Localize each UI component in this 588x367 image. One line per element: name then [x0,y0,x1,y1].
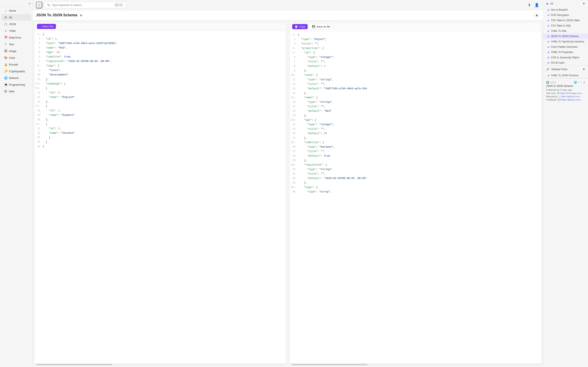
info-icon: ℹ️ [546,81,549,84]
datetime-icon: 📅 [4,36,7,39]
home-button[interactable]: ⌂ [36,2,42,8]
feedback-link[interactable]: https://github.com/... [561,99,582,101]
sidebar-item-color[interactable]: 🎨Color [1,54,31,61]
table-row: 19 "name": "Español" [35,113,286,118]
globe-icon: 🌐 [574,81,577,84]
line-number: 15 [35,95,43,99]
tool-item-yaml-to-xml[interactable]: ◈YAML To XML [543,28,588,34]
sidebar-item-json[interactable]: { }JSON [1,21,31,27]
favorite-button[interactable]: ★ [79,13,83,17]
line-content: "registered": "2020-02-03T06:00:03 -08:0… [43,59,286,63]
sidebar-item-label: Color [9,56,15,59]
related-item-yaml-to-json[interactable]: ◈YAML To JSON Schema [543,73,588,78]
collapse-arrow[interactable]: ▾ [294,141,295,144]
collapse-arrow[interactable]: ▾ [39,105,40,108]
save-as-file-button[interactable]: 💾 Save as file [309,24,333,29]
output-code-editor[interactable]: 1 ▾{2 "type": "object",3 "title": "",4 ▾… [290,31,541,364]
tool-item-tsv-to-json[interactable]: ◈TSV Table to JSON Table [543,18,588,23]
tool-item-label: YAML To Properties [551,51,573,54]
table-row: 30 ▾ "registered": { [290,163,541,167]
table-row: 16 "type": "string", [290,100,541,105]
collapse-arrow[interactable]: ▾ [294,119,295,122]
collapse-arrow[interactable]: ▾ [39,87,40,90]
sidebar-item-cryptography[interactable]: 🔑Cryptography [1,68,31,75]
collapse-arrow[interactable]: ▾ [294,96,295,100]
tool-item-pgp-decryption[interactable]: ◈PGP Decryption [543,12,588,18]
related-tools-header[interactable]: 🔗 Related Tools ▼ [543,66,588,73]
tool-item-yaml-to-props[interactable]: ◈YAML To Properties [543,50,588,55]
user-button[interactable]: 👤 [534,2,540,8]
tool-item-hex-to-base64[interactable]: ◈Hex to Base64 [543,7,588,12]
tool-item-yaml-to-ts[interactable]: ◈YAML To TypeScript Interface [543,39,588,44]
collapse-arrow[interactable]: ▾ [294,51,295,55]
sidebar-item-home[interactable]: ⌂Home [1,7,31,14]
line-content: ], [43,77,286,81]
sidebar-item-all[interactable]: ⊞All [1,14,31,21]
version-number: 1.0.1 [550,81,556,84]
tool-item-css-to-js[interactable]: ◈CSS to Javascript Object [543,55,588,60]
line-number: 2 [290,37,298,42]
tool-item-label: YAML To XML [551,30,567,33]
collapse-arrow[interactable]: ▾ [294,164,295,167]
line-content: "name": "He3", [43,46,286,50]
line-content: "type": "object", [298,37,541,42]
line-content: "id": 0, [43,91,286,95]
sidebar-item-label: Date/Time [9,36,21,39]
repo-label: Repository: [546,95,558,98]
layout-button[interactable]: ▣ [534,13,540,18]
line-number: 25 [35,140,43,144]
tool-item-json-to-schema[interactable]: ◈JSON To JSON Schema [543,34,588,39]
sidebar-item-encode[interactable]: 🔒Encode [1,61,31,68]
line-content: { [298,33,541,37]
collapse-arrow[interactable]: ▾ [294,33,295,37]
tool-item-ntlm-hash[interactable]: ◈NTLM Hash [543,60,588,66]
line-number: 12 ▾ [35,82,43,86]
collapse-arrow[interactable]: ▾ [39,123,40,126]
collapse-arrow[interactable]: ▾ [294,74,295,77]
all-tools-header[interactable]: ◉ All ▼ [543,0,588,7]
tool-header: JSON To JSON Schema ★ ▣ [33,10,543,20]
sidebar-item-text[interactable]: TText [1,41,31,48]
collapse-arrow[interactable]: ▾ [39,64,40,68]
collapse-arrow[interactable]: ▾ [294,47,295,50]
line-content: "id": 2, [43,127,286,131]
copy-button[interactable]: 📋 Copy [292,24,308,29]
line-number: 7 [290,60,298,64]
line-number: 7 [35,59,43,63]
sidebar-toggle-btn[interactable]: « [29,2,30,5]
collapse-arrow[interactable]: ▾ [39,82,40,86]
sidebar-item-web[interactable]: 🕸Web [1,88,31,95]
sidebar-item-yaml[interactable]: ≡YAML [1,27,31,34]
sidebar-item-network[interactable]: 🌐Network [1,75,31,81]
all-icon: ⊞ [4,16,7,19]
output-panel: 📋 Copy 💾 Save as file 1 ▾{2 "type": "obj… [290,22,541,365]
sidebar-item-datetime[interactable]: 📅Date/Time [1,34,31,41]
select-file-button[interactable]: ↑ Select file [37,24,56,29]
sidebar-item-label: JSON [9,23,16,26]
repo-link[interactable]: https://github.com... [561,95,581,98]
sidebar-item-image[interactable]: 🖼Image [1,48,31,54]
line-number: 23 [290,132,298,136]
line-content: "type": "integer", [298,123,541,127]
line-number: 34 [290,181,298,185]
feedback-row: Feedback: 💬 https://github.com/... [546,98,585,101]
table-row: 18 "id": 1, [35,109,286,113]
image-icon: 🖼 [4,49,7,53]
input-code-editor[interactable]: 1 ▾{2 "id": 1,3 "uuid": "3d877494-e7d4-4… [35,31,286,364]
tool-item-tsv-to-sql[interactable]: ◈TSV Table to SQL [543,23,588,28]
output-scrollbar[interactable] [290,364,541,365]
sidebar-item-programming[interactable]: 💻Programming [1,81,31,88]
input-scrollbar[interactable] [35,364,286,365]
line-number: 4 [35,46,43,50]
tool-link[interactable]: https://t.he3app.com... [560,92,584,94]
tool-item-color-palette[interactable]: ◈Color Palette Generator [543,44,588,50]
collapse-arrow[interactable]: ▾ [39,33,40,36]
collapse-arrow[interactable]: ▾ [294,186,295,189]
line-content: "type": "string", [298,100,541,104]
line-number: 3 [290,42,298,46]
table-row: 16 }, [35,100,286,104]
share-button[interactable]: ⬆ [527,2,532,8]
yaml-to-json-icon: ◈ [547,74,549,77]
search-input[interactable] [52,3,112,7]
line-number: 36 [290,190,298,194]
